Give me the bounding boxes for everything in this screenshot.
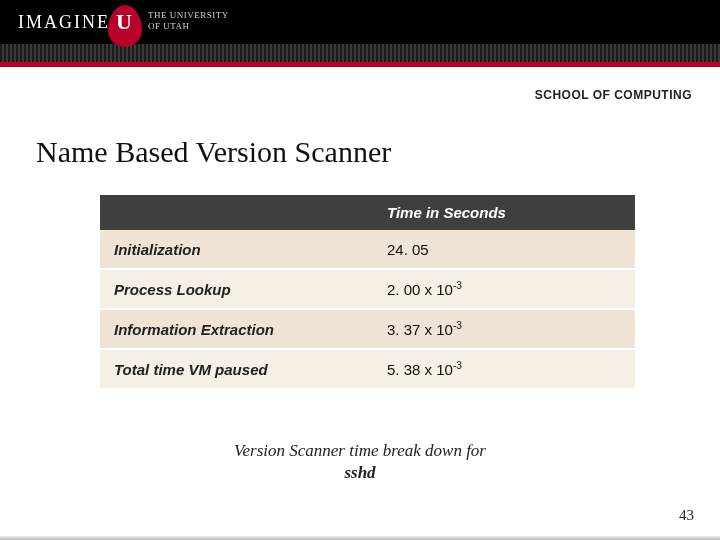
table-caption: Version Scanner time break down for sshd (0, 440, 720, 484)
page-title: Name Based Version Scanner (36, 135, 391, 169)
row-label: Total time VM paused (100, 349, 373, 389)
table-row: Information Extraction 3. 37 x 10-3 (100, 309, 635, 349)
header-red-rule (0, 62, 720, 67)
row-value: 5. 38 x 10-3 (373, 349, 635, 389)
table-row: Initialization 24. 05 (100, 230, 635, 269)
row-value: 2. 00 x 10-3 (373, 269, 635, 309)
header-texture (0, 44, 720, 62)
table-row: Process Lookup 2. 00 x 10-3 (100, 269, 635, 309)
school-label: SCHOOL OF COMPUTING (535, 88, 692, 102)
row-value: 24. 05 (373, 230, 635, 269)
table-header-blank (100, 195, 373, 230)
page-number: 43 (679, 507, 694, 524)
imagine-wordmark: IMAGINE (18, 12, 110, 33)
caption-line1: Version Scanner time break down for (234, 441, 486, 460)
caption-subject: sshd (344, 463, 375, 482)
university-line2: OF UTAH (148, 21, 190, 31)
table-header-time: Time in Seconds (373, 195, 635, 230)
row-label: Information Extraction (100, 309, 373, 349)
row-label: Initialization (100, 230, 373, 269)
row-label: Process Lookup (100, 269, 373, 309)
university-name: THE UNIVERSITY OF UTAH (148, 10, 229, 32)
footer-gradient (0, 536, 720, 540)
timing-table: Time in Seconds Initialization 24. 05 Pr… (100, 195, 635, 390)
slide-root: IMAGINE THE UNIVERSITY OF UTAH SCHOOL OF… (0, 0, 720, 540)
table-row: Total time VM paused 5. 38 x 10-3 (100, 349, 635, 389)
university-line1: THE UNIVERSITY (148, 10, 229, 20)
u-logo-icon (108, 5, 142, 47)
table-header-row: Time in Seconds (100, 195, 635, 230)
row-value: 3. 37 x 10-3 (373, 309, 635, 349)
